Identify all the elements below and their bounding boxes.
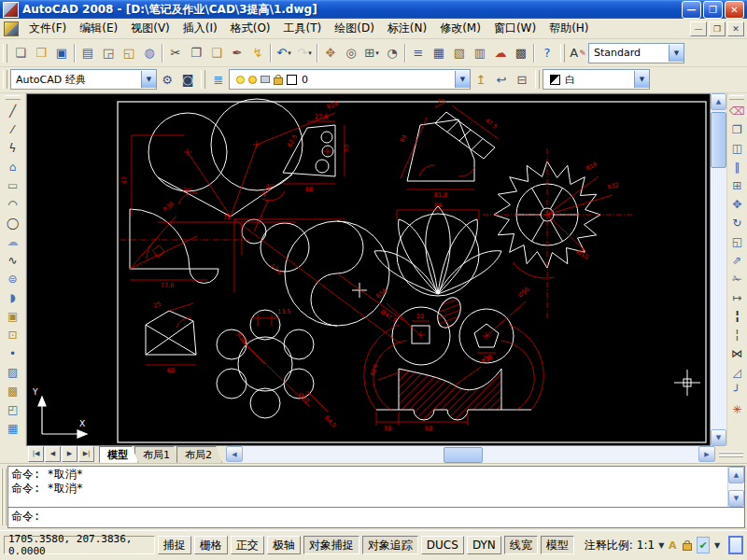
join-button[interactable]: ⋈ [727,344,746,363]
toggle-polar[interactable]: 极轴 [267,536,301,554]
new-button[interactable]: ❏ [10,43,31,63]
properties-button[interactable]: ≡ [408,43,429,63]
layer-lock-icon[interactable] [274,77,283,85]
circle-button[interactable]: ◯ [4,214,22,232]
toolbar-grip[interactable] [6,95,21,100]
scroll-right-button[interactable]: ▶ [698,446,715,462]
break-button[interactable]: ╎ [727,326,746,344]
text-style-button[interactable]: A✎ [568,43,588,63]
prev-tab-button[interactable]: ◀ [45,446,61,462]
chamfer-button[interactable]: ◿ [727,363,746,382]
polyline-button[interactable]: ϟ [4,139,22,158]
scroll-up-button[interactable]: ▲ [711,93,726,110]
layer-select[interactable]: 0 ▼ [229,69,471,90]
annotation-scale[interactable]: 注释比例: 1:1 ▼ [585,538,665,553]
line-button[interactable]: ╱ [4,102,22,120]
horizontal-scroll-track[interactable] [243,447,698,461]
undo-button[interactable]: ↶▾ [274,43,294,63]
construction-line-button[interactable]: ⁄ [4,120,22,139]
scroll-left-button[interactable]: ◀ [226,446,243,462]
arc-button[interactable]: ◠ [4,195,22,214]
tab-model[interactable]: 模型 [99,446,138,463]
menu-insert[interactable]: 插入(I) [176,19,224,38]
insert-block-button[interactable]: ▣ [4,307,22,326]
hatch-button[interactable]: ▨ [4,363,22,382]
command-scroll-up-button[interactable]: ▲ [728,467,744,483]
trim-button[interactable]: ✁ [727,270,746,288]
autocad-app-icon[interactable] [3,2,19,18]
toolbar-grip[interactable] [535,70,540,89]
command-window-handle[interactable] [0,466,7,528]
toolbar-grip[interactable] [201,70,205,89]
menu-view[interactable]: 视图(V) [124,19,176,38]
drawing-canvas[interactable]: 43 78 R16 30° 30° 27.6 62.5 66 50 84 47.… [26,93,711,446]
extend-button[interactable]: ↦ [727,288,746,307]
sheet-set-manager-button[interactable]: ▥ [470,43,490,63]
plot-button[interactable]: ▤ [78,43,98,63]
drawing-file-icon[interactable] [4,21,19,36]
offset-button[interactable]: ∥ [727,158,746,176]
designcenter-button[interactable]: ▦ [429,43,449,63]
ellipse-button[interactable]: ⊜ [4,270,22,288]
toggle-model-space[interactable]: 模型 [541,536,574,554]
zoom-realtime-button[interactable]: ◎ [341,43,361,63]
autoscale-icon[interactable]: ✔ [697,537,710,553]
help-button[interactable]: ? [537,43,557,63]
tab-layout1[interactable]: 布局1 [134,446,180,463]
layer-previous-button[interactable]: ↩ [491,69,512,90]
tab-layout2[interactable]: 布局2 [176,446,222,463]
region-button[interactable]: ◰ [4,400,22,419]
save-button[interactable]: ▣ [51,43,72,63]
make-object-layer-current-button[interactable]: ↥ [471,69,491,90]
toggle-snap[interactable]: 捕捉 [158,536,191,554]
match-properties-button[interactable]: ✒ [227,43,247,63]
chevron-down-icon[interactable]: ▼ [658,541,664,550]
menu-edit[interactable]: 编辑(E) [73,19,124,38]
toolbar-grip[interactable] [560,44,565,63]
layer-plot-icon[interactable] [261,76,270,83]
tool-palettes-button[interactable]: ▧ [449,43,470,63]
toggle-osnap[interactable]: 对象捕捉 [303,536,359,554]
plot-preview-button[interactable]: ◲ [98,43,119,63]
toolbar-grip[interactable] [729,95,744,100]
rectangle-button[interactable]: ▭ [4,176,22,195]
first-tab-button[interactable]: |◀ [28,446,44,462]
layer-states-manager-button[interactable]: ⊟ [512,69,532,90]
publish-button[interactable]: ◱ [119,43,139,63]
zoom-window-dropdown[interactable]: ▾ [375,49,379,57]
make-block-button[interactable]: ⊡ [4,326,22,344]
spline-button[interactable]: ∿ [4,251,22,270]
toggle-otrack[interactable]: 对象追踪 [362,536,418,554]
menu-format[interactable]: 格式(O) [224,19,277,38]
command-input[interactable]: 命令: [8,508,744,527]
copy-object-button[interactable]: ❐ [727,120,746,139]
explode-button[interactable]: ✳ [727,400,746,419]
clean-screen-button[interactable] [728,536,743,554]
toggle-ortho[interactable]: 正交 [231,536,264,554]
stretch-button[interactable]: ⇗ [727,251,746,270]
cut-button[interactable]: ✂ [165,43,186,63]
toolbar-grip[interactable] [3,70,7,89]
rotate-button[interactable]: ↻ [727,214,746,232]
workspace-settings-button[interactable]: ⚙ [157,69,177,90]
toggle-ducs[interactable]: DUCS [421,536,464,554]
scroll-down-button[interactable]: ▼ [711,429,726,446]
minimize-button[interactable]: — [682,1,701,19]
toolbar-lock-icon[interactable] [681,538,694,553]
command-scroll-track[interactable] [728,483,744,490]
markup-set-manager-button[interactable]: ☁ [490,43,511,63]
mdi-close-button[interactable]: ✕ [727,21,744,36]
vertical-scroll-thumb[interactable] [711,112,726,168]
redo-dropdown[interactable]: ▾ [308,49,312,57]
menu-modify[interactable]: 修改(M) [433,19,487,38]
my-workspace-button[interactable]: ◙ [177,69,198,90]
erase-button[interactable]: ⌫ [727,102,746,120]
copy-button[interactable]: ❐ [186,43,206,63]
coordinate-display[interactable]: 1705.3580, 207.3836, 0.0000 [4,536,155,554]
zoom-window-button[interactable]: ⊞▾ [361,43,382,63]
layer-color-swatch[interactable] [287,75,297,85]
status-menu-chevron[interactable]: ▼ [714,541,720,550]
fillet-button[interactable]: ╯ [727,382,746,400]
chevron-down-icon[interactable]: ▼ [669,45,684,62]
command-history[interactable]: 命令: *取消*命令: *取消* [8,467,727,507]
